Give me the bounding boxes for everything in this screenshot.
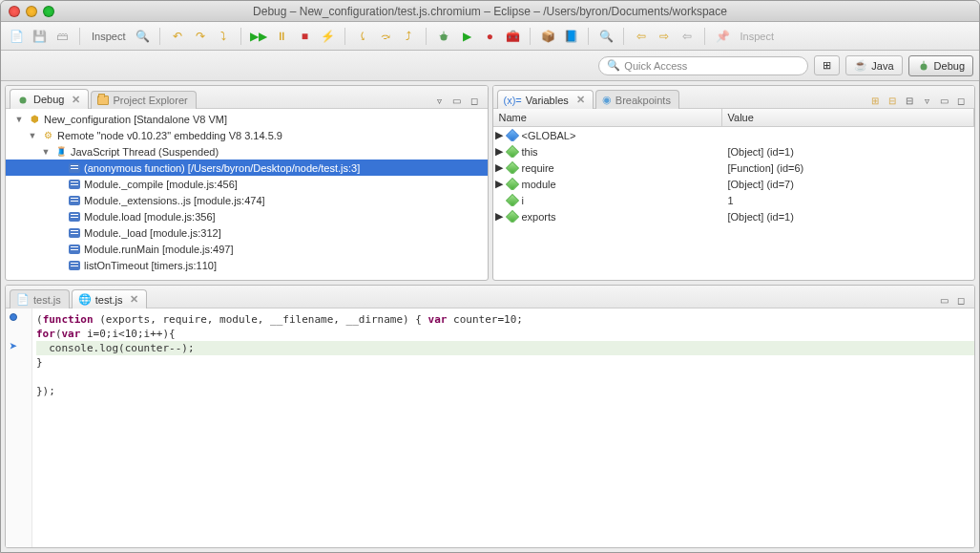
stack-frame[interactable]: listOnTimeout [timers.js:110] [6,257,488,273]
stack-frame[interactable]: Module._load [module.js:312] [6,224,488,241]
bug-icon [917,59,930,73]
close-icon[interactable]: ✕ [72,94,80,106]
current-line-highlight: console.log(counter--); [36,341,974,355]
main-area: Debug ✕ Project Explorer ▿ ▭ ◻ [1,81,979,552]
stack-frame[interactable]: (anonymous function) [/Users/byron/Deskt… [6,160,488,176]
java-perspective-button[interactable]: ☕ Java [845,55,902,75]
undo-button[interactable]: ↶ [168,27,187,46]
variables-table[interactable]: Name Value ▶<GLOBAL> ▶this [Object] (id=… [493,109,975,280]
variables-panel: (x)= Variables ✕ ◉ Breakpoints ⊞ ⊟ ⊟ ▿ ▭ [492,85,976,281]
step-into-button[interactable]: ⤹ [353,27,372,46]
stack-frame-icon [68,226,81,240]
thread-icon: 🧵 [54,145,68,159]
project-explorer-tab[interactable]: Project Explorer [91,91,196,109]
search-icon: 🔍 [607,59,620,72]
variable-row[interactable]: ▶exports [Object] (id=1) [493,208,975,224]
variable-row[interactable]: ▶<GLOBAL> [493,127,975,143]
run-dropdown-button[interactable]: ▶ [457,27,476,46]
view-menu-icon[interactable]: ▿ [432,93,448,108]
js-file-icon: 🌐 [78,293,92,306]
step-over-button[interactable]: ⤼ [376,27,395,46]
variable-row[interactable]: ▶module [Object] (id=7) [493,176,975,192]
debug-tab[interactable]: Debug ✕ [10,89,89,109]
variables-tab[interactable]: (x)= Variables ✕ [497,90,594,109]
maximize-view-icon[interactable]: ◻ [467,93,482,108]
stack-frame[interactable]: Module._extensions..js [module.js:474] [6,192,488,208]
variable-icon [505,129,518,141]
minimize-view-icon[interactable]: ▭ [936,292,951,308]
remote-node[interactable]: ▼ ⚙ Remote "node v0.10.23" embedding V8 … [6,127,488,143]
minimize-view-icon[interactable]: ▭ [449,93,465,108]
svg-point-0 [441,33,448,40]
stack-frame-icon [68,161,81,175]
stack-frame[interactable]: Module.runMain [module.js:497] [6,241,488,257]
inspect-menu[interactable]: Inspect [736,31,777,42]
editor-gutter[interactable]: ➤ [6,308,32,547]
variable-row[interactable]: ▶this [Object] (id=1) [493,143,975,160]
close-icon[interactable]: ✕ [130,293,138,306]
window-title: Debug – New_configuration/test.js.chromi… [1,5,979,18]
terminate-button[interactable]: ■ [295,27,314,46]
stack-frame[interactable]: Module.load [module.js:356] [6,208,488,224]
debug-perspective-button[interactable]: Debug [908,55,973,76]
variable-row[interactable]: ▶i 1 [493,192,975,208]
close-icon[interactable]: ✕ [576,94,585,106]
editor-tab-inactive[interactable]: 📄 test.js [10,289,70,308]
new-button[interactable]: 📄 [7,27,26,46]
maximize-view-icon[interactable]: ◻ [953,292,969,308]
run-last-button[interactable]: ● [480,27,499,46]
open-perspective-button[interactable]: ⊞ [814,55,840,75]
minimize-window-button[interactable] [26,6,37,17]
stack-frame-icon [68,243,81,256]
resume-button[interactable]: ▶▶ [249,27,268,46]
variables-header: Name Value [493,109,975,127]
debug-stack-tree[interactable]: ▼ ⬢ New_configuration [Standalone V8 VM]… [6,109,488,280]
java-icon: ☕ [854,59,867,72]
next-edit-button[interactable]: ⇨ [655,27,674,46]
editor-tab-active[interactable]: 🌐 test.js ✕ [72,289,148,308]
breakpoints-tab[interactable]: ◉ Breakpoints [595,90,679,109]
column-name[interactable]: Name [493,109,722,126]
app-window: Debug – New_configuration/test.js.chromi… [0,0,980,553]
step-return-button[interactable]: ⤴ [399,27,418,46]
variables-icon: (x)= [504,95,522,106]
save-button[interactable]: 💾 [30,27,49,46]
inspect-label[interactable]: Inspect [88,31,129,42]
new-package-button[interactable]: 📦 [538,27,557,46]
instruction-pointer-icon: ➤ [10,341,17,351]
inspect-tree-icon[interactable]: 🔍 [133,27,152,46]
breakpoint-marker[interactable] [10,313,17,321]
code-editor[interactable]: ➤ (function (exports, require, module, _… [6,308,974,547]
show-logical-icon[interactable]: ⊟ [885,93,900,108]
minimize-view-icon[interactable]: ▭ [936,93,951,108]
search-button[interactable]: 🔍 [596,27,615,46]
collapse-all-icon[interactable]: ⊟ [902,93,917,108]
maximize-view-icon[interactable]: ◻ [953,93,969,108]
code-content[interactable]: (function (exports, require, module, __f… [6,308,974,402]
close-window-button[interactable] [9,6,20,17]
show-type-names-icon[interactable]: ⊞ [867,93,883,108]
drop-to-frame-button[interactable]: ⤵ [214,27,233,46]
suspend-button[interactable]: ⏸ [272,27,291,46]
column-value[interactable]: Value [722,109,975,126]
stack-frame-icon [68,259,81,272]
redo-button[interactable]: ↷ [191,27,210,46]
prev-edit-button[interactable]: ⇦ [632,27,651,46]
variable-row[interactable]: ▶require [Function] (id=6) [493,160,975,176]
bug-icon [16,93,30,106]
external-tools-button[interactable]: 🧰 [503,27,522,46]
save-all-button[interactable]: 🗃 [52,27,72,46]
new-type-button[interactable]: 📘 [561,27,580,46]
disconnect-button[interactable]: ⚡ [318,27,337,46]
last-edit-button[interactable]: ⇦ [678,27,697,46]
debug-dropdown-button[interactable] [434,27,453,46]
variable-icon [505,178,518,190]
view-menu-icon[interactable]: ▿ [919,93,934,108]
thread-node[interactable]: ▼ 🧵 JavaScript Thread (Suspended) [6,143,488,160]
pin-editor-button[interactable]: 📌 [713,27,732,46]
debug-panel: Debug ✕ Project Explorer ▿ ▭ ◻ [5,85,489,281]
stack-frame[interactable]: Module._compile [module.js:456] [6,176,488,192]
launch-config-node[interactable]: ▼ ⬢ New_configuration [Standalone V8 VM] [6,111,488,127]
quick-access-search[interactable]: 🔍 Quick Access [598,56,808,75]
zoom-window-button[interactable] [43,6,54,17]
